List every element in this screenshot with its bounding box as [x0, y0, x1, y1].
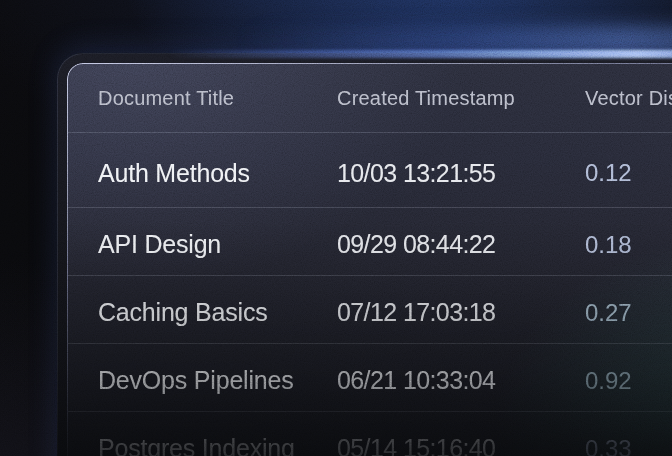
vector-distance-cell: 0.92: [585, 367, 672, 395]
page-background: Document Title Created Timestamp Vector …: [0, 0, 672, 456]
document-title-cell: Auth Methods: [98, 159, 337, 188]
documents-table: Document Title Created Timestamp Vector …: [68, 64, 672, 456]
timestamp-cell: 06/21 10:33:04: [337, 366, 585, 395]
table-row: DevOps Pipelines 06/21 10:33:04 0.92: [68, 343, 672, 411]
vector-distance-cell: 0.33: [585, 435, 672, 456]
table-card: Document Title Created Timestamp Vector …: [67, 63, 672, 456]
document-title-cell: Caching Basics: [98, 298, 337, 327]
top-glow-streak: [168, 50, 672, 58]
timestamp-cell: 10/03 13:21:55: [337, 159, 585, 188]
table-row: Postgres Indexing 05/14 15:16:40 0.33: [68, 411, 672, 456]
vector-distance-cell: 0.12: [585, 159, 672, 187]
column-header-vector-distance: Vector Distance: [585, 87, 672, 110]
vector-distance-cell: 0.27: [585, 299, 672, 327]
table-row: Auth Methods 10/03 13:21:55 0.12: [68, 132, 672, 207]
timestamp-cell: 09/29 08:44:22: [337, 230, 585, 259]
vector-distance-cell: 0.18: [585, 231, 672, 259]
column-header-created-timestamp: Created Timestamp: [337, 87, 585, 110]
document-title-cell: DevOps Pipelines: [98, 366, 337, 395]
document-title-cell: API Design: [98, 230, 337, 259]
document-title-cell: Postgres Indexing: [98, 434, 337, 456]
table-header-row: Document Title Created Timestamp Vector …: [68, 64, 672, 132]
timestamp-cell: 07/12 17:03:18: [337, 298, 585, 327]
timestamp-cell: 05/14 15:16:40: [337, 434, 585, 456]
table-row: Caching Basics 07/12 17:03:18 0.27: [68, 275, 672, 343]
table-row: API Design 09/29 08:44:22 0.18: [68, 207, 672, 275]
column-header-document-title: Document Title: [98, 87, 337, 110]
